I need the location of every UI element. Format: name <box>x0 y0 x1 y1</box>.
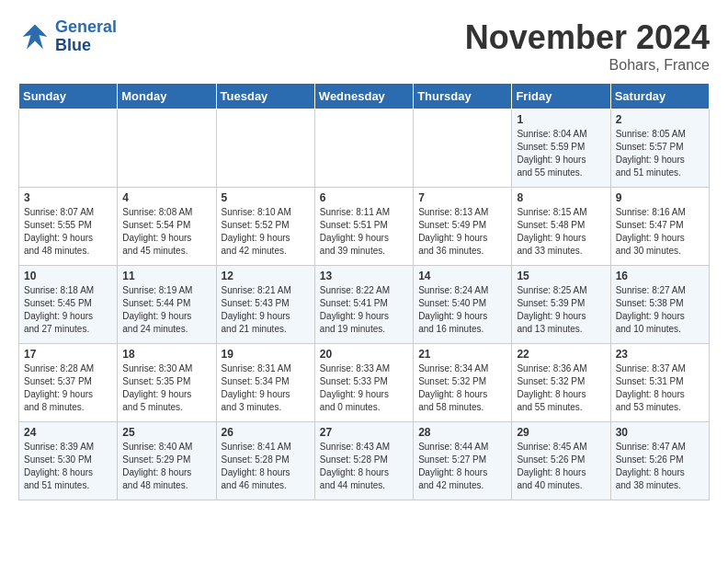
calendar-cell: 16Sunrise: 8:27 AM Sunset: 5:38 PM Dayli… <box>610 266 709 344</box>
calendar-cell <box>216 109 314 188</box>
day-info: Sunrise: 8:41 AM Sunset: 5:28 PM Dayligh… <box>222 441 310 492</box>
day-number: 27 <box>320 426 408 439</box>
day-info: Sunrise: 8:11 AM Sunset: 5:51 PM Dayligh… <box>320 206 408 258</box>
calendar-cell: 29Sunrise: 8:45 AM Sunset: 5:26 PM Dayli… <box>512 422 610 500</box>
day-info: Sunrise: 8:18 AM Sunset: 5:45 PM Dayligh… <box>24 284 112 336</box>
calendar-cell: 12Sunrise: 8:21 AM Sunset: 5:43 PM Dayli… <box>216 266 314 344</box>
day-number: 23 <box>616 348 704 361</box>
calendar-cell: 14Sunrise: 8:24 AM Sunset: 5:40 PM Dayli… <box>414 266 512 344</box>
day-number: 5 <box>222 191 310 204</box>
calendar-cell: 27Sunrise: 8:43 AM Sunset: 5:28 PM Dayli… <box>314 422 413 500</box>
day-info: Sunrise: 8:43 AM Sunset: 5:28 PM Dayligh… <box>320 441 408 492</box>
day-number: 20 <box>320 348 408 361</box>
day-number: 8 <box>517 191 605 204</box>
weekday-header: Monday <box>118 84 216 109</box>
day-number: 19 <box>222 348 310 361</box>
day-number: 29 <box>517 426 605 439</box>
calendar-cell: 10Sunrise: 8:18 AM Sunset: 5:45 PM Dayli… <box>19 266 118 344</box>
day-number: 15 <box>517 270 605 282</box>
calendar-week-row: 17Sunrise: 8:28 AM Sunset: 5:37 PM Dayli… <box>19 344 710 422</box>
day-info: Sunrise: 8:16 AM Sunset: 5:47 PM Dayligh… <box>616 206 704 258</box>
calendar-cell: 19Sunrise: 8:31 AM Sunset: 5:34 PM Dayli… <box>216 344 314 422</box>
day-number: 28 <box>418 426 506 439</box>
calendar-cell: 21Sunrise: 8:34 AM Sunset: 5:32 PM Dayli… <box>414 344 512 422</box>
day-number: 24 <box>24 426 112 439</box>
logo-icon <box>18 20 51 53</box>
calendar-cell: 4Sunrise: 8:08 AM Sunset: 5:54 PM Daylig… <box>118 188 216 266</box>
day-number: 17 <box>24 348 112 361</box>
day-info: Sunrise: 8:13 AM Sunset: 5:49 PM Dayligh… <box>418 206 506 258</box>
day-info: Sunrise: 8:08 AM Sunset: 5:54 PM Dayligh… <box>122 206 210 258</box>
day-info: Sunrise: 8:45 AM Sunset: 5:26 PM Dayligh… <box>517 441 605 492</box>
calendar-cell: 15Sunrise: 8:25 AM Sunset: 5:39 PM Dayli… <box>512 266 610 344</box>
day-info: Sunrise: 8:19 AM Sunset: 5:44 PM Dayligh… <box>122 284 210 336</box>
svg-marker-0 <box>23 24 48 49</box>
calendar-cell: 6Sunrise: 8:11 AM Sunset: 5:51 PM Daylig… <box>314 188 413 266</box>
month-title: November 2024 <box>465 18 710 57</box>
day-info: Sunrise: 8:36 AM Sunset: 5:32 PM Dayligh… <box>517 362 605 414</box>
day-info: Sunrise: 8:24 AM Sunset: 5:40 PM Dayligh… <box>418 284 506 336</box>
day-info: Sunrise: 8:33 AM Sunset: 5:33 PM Dayligh… <box>320 362 408 414</box>
day-number: 16 <box>616 270 704 282</box>
calendar-cell: 5Sunrise: 8:10 AM Sunset: 5:52 PM Daylig… <box>216 188 314 266</box>
day-number: 10 <box>24 270 112 282</box>
weekday-header: Saturday <box>610 84 709 109</box>
calendar-cell: 25Sunrise: 8:40 AM Sunset: 5:29 PM Dayli… <box>118 422 216 500</box>
calendar-cell: 11Sunrise: 8:19 AM Sunset: 5:44 PM Dayli… <box>118 266 216 344</box>
day-number: 3 <box>24 191 112 204</box>
weekday-header: Thursday <box>414 84 512 109</box>
calendar-cell: 2Sunrise: 8:05 AM Sunset: 5:57 PM Daylig… <box>610 109 709 188</box>
day-info: Sunrise: 8:39 AM Sunset: 5:30 PM Dayligh… <box>24 441 112 492</box>
day-number: 11 <box>122 270 210 282</box>
calendar-cell: 3Sunrise: 8:07 AM Sunset: 5:55 PM Daylig… <box>19 188 118 266</box>
day-info: Sunrise: 8:34 AM Sunset: 5:32 PM Dayligh… <box>418 362 506 414</box>
logo-text: General Blue <box>55 18 117 55</box>
calendar-cell: 30Sunrise: 8:47 AM Sunset: 5:26 PM Dayli… <box>610 422 709 500</box>
calendar-table: SundayMondayTuesdayWednesdayThursdayFrid… <box>18 83 710 500</box>
day-number: 6 <box>320 191 408 204</box>
weekday-header: Wednesday <box>314 84 413 109</box>
calendar-cell: 26Sunrise: 8:41 AM Sunset: 5:28 PM Dayli… <box>216 422 314 500</box>
calendar-week-row: 10Sunrise: 8:18 AM Sunset: 5:45 PM Dayli… <box>19 266 710 344</box>
calendar-cell <box>414 109 512 188</box>
day-number: 18 <box>122 348 210 361</box>
day-info: Sunrise: 8:22 AM Sunset: 5:41 PM Dayligh… <box>320 284 408 336</box>
day-number: 21 <box>418 348 506 361</box>
calendar-week-row: 1Sunrise: 8:04 AM Sunset: 5:59 PM Daylig… <box>19 109 710 188</box>
weekday-header: Tuesday <box>216 84 314 109</box>
day-number: 2 <box>616 113 704 126</box>
page-header: General Blue November 2024 Bohars, Franc… <box>18 18 710 74</box>
day-number: 7 <box>418 191 506 204</box>
calendar-cell <box>314 109 413 188</box>
day-info: Sunrise: 8:04 AM Sunset: 5:59 PM Dayligh… <box>517 128 605 179</box>
calendar-cell: 23Sunrise: 8:37 AM Sunset: 5:31 PM Dayli… <box>610 344 709 422</box>
day-number: 25 <box>122 426 210 439</box>
calendar-cell: 28Sunrise: 8:44 AM Sunset: 5:27 PM Dayli… <box>414 422 512 500</box>
day-info: Sunrise: 8:40 AM Sunset: 5:29 PM Dayligh… <box>122 441 210 492</box>
day-number: 9 <box>616 191 704 204</box>
calendar-cell: 13Sunrise: 8:22 AM Sunset: 5:41 PM Dayli… <box>314 266 413 344</box>
calendar-cell: 9Sunrise: 8:16 AM Sunset: 5:47 PM Daylig… <box>610 188 709 266</box>
day-info: Sunrise: 8:21 AM Sunset: 5:43 PM Dayligh… <box>222 284 310 336</box>
calendar-header-row: SundayMondayTuesdayWednesdayThursdayFrid… <box>19 84 710 109</box>
calendar-cell <box>19 109 118 188</box>
calendar-cell: 17Sunrise: 8:28 AM Sunset: 5:37 PM Dayli… <box>19 344 118 422</box>
day-number: 26 <box>222 426 310 439</box>
day-info: Sunrise: 8:47 AM Sunset: 5:26 PM Dayligh… <box>616 441 704 492</box>
day-number: 22 <box>517 348 605 361</box>
day-info: Sunrise: 8:10 AM Sunset: 5:52 PM Dayligh… <box>222 206 310 258</box>
day-info: Sunrise: 8:44 AM Sunset: 5:27 PM Dayligh… <box>418 441 506 492</box>
day-info: Sunrise: 8:28 AM Sunset: 5:37 PM Dayligh… <box>24 362 112 414</box>
day-info: Sunrise: 8:37 AM Sunset: 5:31 PM Dayligh… <box>616 362 704 414</box>
calendar-cell: 22Sunrise: 8:36 AM Sunset: 5:32 PM Dayli… <box>512 344 610 422</box>
day-info: Sunrise: 8:05 AM Sunset: 5:57 PM Dayligh… <box>616 128 704 179</box>
calendar-cell: 20Sunrise: 8:33 AM Sunset: 5:33 PM Dayli… <box>314 344 413 422</box>
location: Bohars, France <box>465 57 710 74</box>
logo: General Blue <box>18 18 117 55</box>
day-info: Sunrise: 8:27 AM Sunset: 5:38 PM Dayligh… <box>616 284 704 336</box>
day-number: 30 <box>616 426 704 439</box>
calendar-week-row: 3Sunrise: 8:07 AM Sunset: 5:55 PM Daylig… <box>19 188 710 266</box>
day-info: Sunrise: 8:25 AM Sunset: 5:39 PM Dayligh… <box>517 284 605 336</box>
calendar-cell: 8Sunrise: 8:15 AM Sunset: 5:48 PM Daylig… <box>512 188 610 266</box>
weekday-header: Sunday <box>19 84 118 109</box>
